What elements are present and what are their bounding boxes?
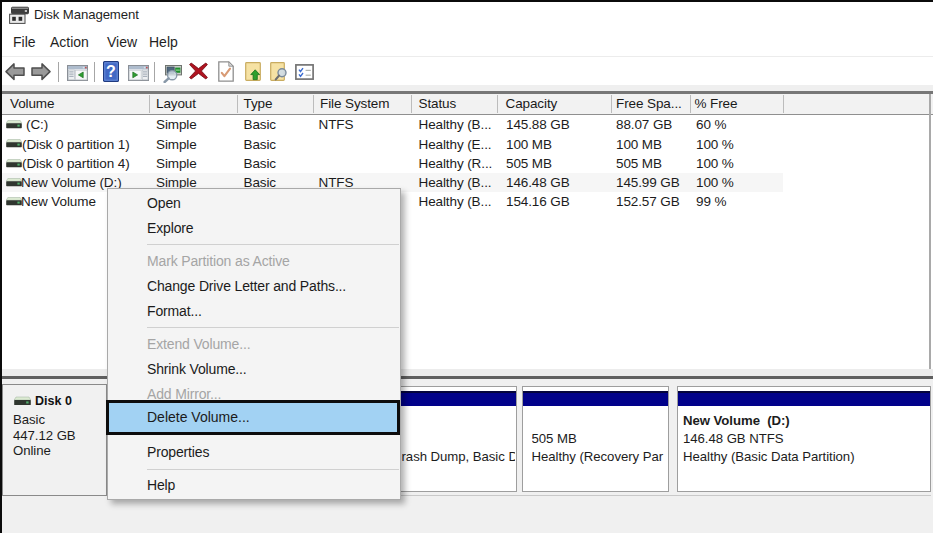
svg-text:?: ? — [106, 63, 116, 80]
